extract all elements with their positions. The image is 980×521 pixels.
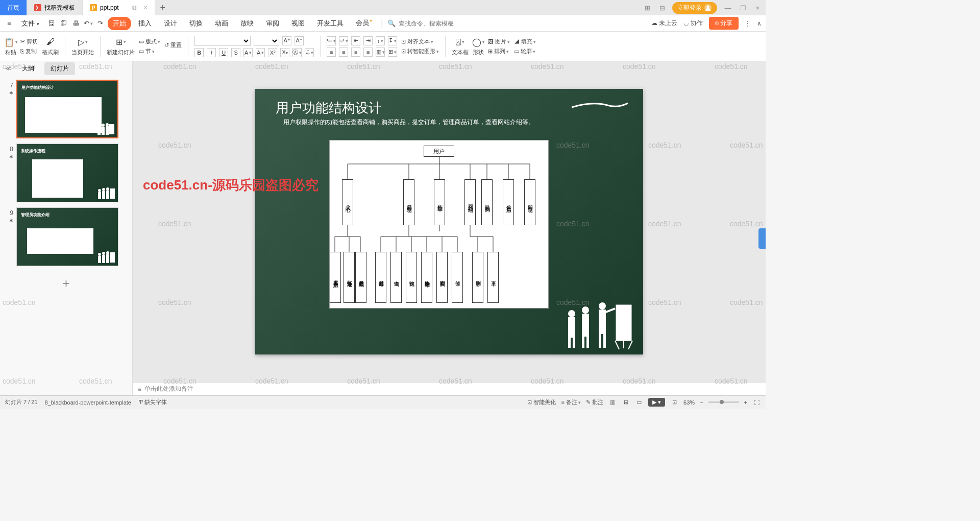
zoom-slider[interactable] <box>708 401 739 403</box>
collapse-ribbon-icon[interactable]: ∧ <box>757 20 762 27</box>
menu-devtools[interactable]: 开发工具 <box>312 17 349 30</box>
menu-start[interactable]: 开始 <box>108 17 131 30</box>
tab-template[interactable]: 找稻壳模板 <box>27 0 83 15</box>
tab-add-button[interactable]: + <box>155 3 170 13</box>
view-sorter-icon[interactable]: ⊞ <box>622 398 630 407</box>
indent-inc-icon[interactable]: ⇥ <box>363 36 373 45</box>
menu-animation[interactable]: 动画 <box>210 17 233 30</box>
align-justify-icon[interactable]: ≡ <box>363 48 373 57</box>
menu-overflow-icon[interactable]: ⋮ <box>745 20 751 27</box>
cloud-status[interactable]: ☁ 未上云 <box>651 19 677 28</box>
fontsize-select[interactable] <box>254 36 279 46</box>
outline-button[interactable]: ▭ 轮廓 <box>514 48 536 55</box>
line-spacing-icon[interactable]: ↕ <box>376 36 385 45</box>
fit-icon[interactable]: ⊡ <box>670 398 678 407</box>
align-left-icon[interactable]: ≡ <box>327 48 336 57</box>
menu-review[interactable]: 审阅 <box>261 17 284 30</box>
undo-icon[interactable]: ↶ <box>83 18 93 29</box>
menu-slideshow[interactable]: 放映 <box>235 17 259 30</box>
text-direction-icon[interactable]: ↧ <box>388 36 397 45</box>
image-button[interactable]: 🖼 图片 <box>488 38 510 45</box>
numbering-icon[interactable]: ≕ <box>339 36 348 45</box>
share-button[interactable]: ⎋ 分享 <box>709 17 739 30</box>
tab-file[interactable]: Pppt.ppt⧉× <box>83 0 155 15</box>
maximize-icon[interactable]: ☐ <box>738 4 748 12</box>
zoom-out-icon[interactable]: − <box>700 399 703 406</box>
play-from-here-icon[interactable]: ▷ <box>77 36 88 48</box>
strike-icon[interactable]: S <box>231 48 240 57</box>
hamburger-icon[interactable]: ≡ <box>4 18 14 29</box>
reset-button[interactable]: ↺ 重置 <box>164 41 182 49</box>
slide-position: 幻灯片 7 / 21 <box>5 398 38 406</box>
section-button[interactable]: ▭ 节 <box>139 48 160 55</box>
align-center-icon[interactable]: ≡ <box>339 48 348 57</box>
columns-icon[interactable]: ▥ <box>376 48 385 57</box>
redo-icon[interactable]: ↷ <box>95 18 106 29</box>
thumbnail-8[interactable]: 系统操作流程 <box>16 144 118 202</box>
bullets-icon[interactable]: ≔ <box>327 36 336 45</box>
tab-close-icon[interactable]: × <box>144 4 148 11</box>
side-toggle[interactable] <box>758 228 766 249</box>
thumbnail-7[interactable]: 用户功能结构设计 <box>16 80 118 138</box>
tab-home[interactable]: 首页 <box>0 0 27 15</box>
view-reading-icon[interactable]: ▭ <box>635 398 643 407</box>
layout-icon[interactable]: ⊞ <box>643 4 652 12</box>
menu-transition[interactable]: 切换 <box>184 17 208 30</box>
minimize-icon[interactable]: — <box>722 4 733 12</box>
font-select[interactable] <box>194 36 251 46</box>
cut-button[interactable]: ✂ 剪切 <box>20 38 38 45</box>
tab-popup-icon[interactable]: ⧉ <box>132 4 137 11</box>
fill-button[interactable]: ◢ 填充 <box>514 38 536 45</box>
apps-icon[interactable]: ⊟ <box>657 4 667 12</box>
fontcolor-icon[interactable]: A <box>243 48 253 57</box>
slides-tab[interactable]: 幻灯片 <box>44 62 75 75</box>
smart-beautify[interactable]: ⊡ 智能美化 <box>527 398 556 406</box>
search-icon[interactable]: 🔍 <box>386 18 397 29</box>
shape-icon[interactable]: ◯ <box>473 36 484 48</box>
distribute-icon[interactable]: ⊞ <box>388 48 397 57</box>
indent-dec-icon[interactable]: ⇤ <box>351 36 360 45</box>
underline-icon[interactable]: U <box>219 48 228 57</box>
highlight-icon[interactable]: A <box>256 48 265 57</box>
copy-button[interactable]: ⎘ 复制 <box>20 48 38 55</box>
export-icon[interactable]: 🗐 <box>59 18 69 29</box>
add-slide-button[interactable]: + <box>4 271 128 296</box>
save-icon[interactable]: 🖫 <box>46 18 57 29</box>
arrange-button[interactable]: ⊞ 排列 <box>488 48 510 55</box>
thumbnail-9[interactable]: 管理员功能介绍 <box>16 207 118 266</box>
italic-icon[interactable]: I <box>207 48 216 57</box>
layout-button[interactable]: ▭ 版式 <box>139 38 160 45</box>
menu-design[interactable]: 设计 <box>159 17 182 30</box>
fullscreen-icon[interactable]: ⛶ <box>752 398 761 407</box>
zoom-in-icon[interactable]: + <box>744 399 747 406</box>
search-input[interactable] <box>399 20 465 27</box>
subscript-icon[interactable]: X₂ <box>280 48 289 57</box>
menu-view[interactable]: 视图 <box>286 17 310 30</box>
textbox-icon[interactable]: ⍓ <box>455 36 466 48</box>
bold-icon[interactable]: B <box>194 48 204 57</box>
paste-icon[interactable]: 📋 <box>5 36 16 48</box>
missing-font[interactable]: Ͳ 缺失字体 <box>138 398 167 406</box>
menu-member[interactable]: 会员✦ <box>351 16 378 30</box>
view-normal-icon[interactable]: ▥ <box>608 398 617 407</box>
close-icon[interactable]: × <box>753 4 762 12</box>
new-slide-icon[interactable]: ⊞ <box>115 36 127 48</box>
superscript-icon[interactable]: X² <box>268 48 277 57</box>
menu-file[interactable]: 文件 ▾ <box>16 17 44 30</box>
text-effects-icon[interactable]: Ⓐ <box>292 48 302 57</box>
increase-font-icon[interactable]: A⁺ <box>282 36 291 45</box>
format-painter-icon[interactable]: 🖌 <box>45 36 56 48</box>
smartart-button[interactable]: ⊡ 转智能图形 <box>401 48 439 55</box>
align-text-button[interactable]: ⊡ 对齐文本 <box>401 38 439 45</box>
play-button[interactable]: ▶ ▾ <box>648 398 665 407</box>
menu-insert[interactable]: 插入 <box>133 17 157 30</box>
login-button[interactable]: 立即登录 <box>672 2 717 14</box>
comments-toggle[interactable]: ✎ 批注 <box>586 398 603 406</box>
notes-toggle[interactable]: ≡ 备注 <box>561 398 580 406</box>
collab-button[interactable]: ◡ 协作 <box>683 19 702 28</box>
zoom-level[interactable]: 63% <box>683 399 695 406</box>
clear-format-icon[interactable]: ℒ <box>305 48 314 57</box>
decrease-font-icon[interactable]: A⁻ <box>295 36 304 45</box>
align-right-icon[interactable]: ≡ <box>351 48 360 57</box>
print-icon[interactable]: 🖶 <box>71 18 81 29</box>
